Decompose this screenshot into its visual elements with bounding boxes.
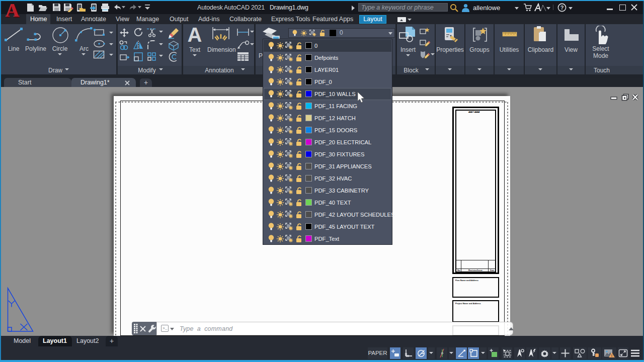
svg-text:?: ?: [560, 5, 564, 11]
svg-text:!: !: [611, 354, 612, 357]
